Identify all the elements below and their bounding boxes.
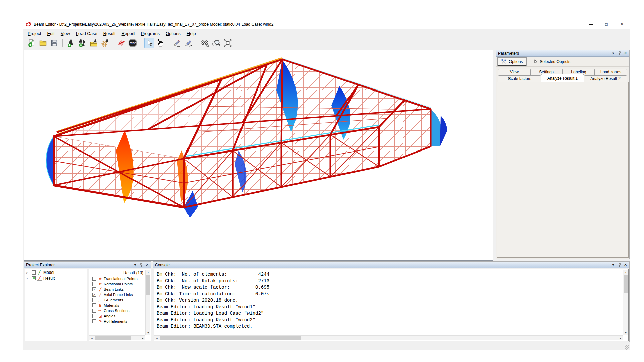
close-button[interactable]: ✕ — [614, 19, 630, 29]
list-item-t-elements[interactable]: ⋰T-Elements — [89, 297, 151, 303]
menu-result[interactable]: Result — [100, 30, 119, 37]
open-load-case-button[interactable] — [89, 38, 99, 48]
checkbox[interactable] — [92, 319, 96, 323]
options-mode-button[interactable]: Options — [498, 58, 526, 66]
scroll-thumb[interactable] — [146, 275, 150, 295]
checked-fill — [33, 277, 35, 279]
draw-beam-chain-tool-button[interactable] — [183, 38, 194, 48]
list-item-angles[interactable]: ◢Angles — [89, 313, 151, 319]
pin-icon[interactable] — [617, 51, 622, 55]
orbit-3d-tool-button[interactable] — [200, 38, 210, 48]
selected-objects-mode-button[interactable]: Selected Objects — [530, 58, 574, 66]
checkbox[interactable] — [92, 277, 96, 281]
scroll-right-icon[interactable]: ► — [140, 336, 145, 341]
scroll-down-icon[interactable]: ▼ — [146, 330, 151, 335]
toolbar-separator — [62, 39, 63, 47]
menu-options[interactable]: Options — [163, 30, 184, 37]
panel-dropdown-icon[interactable]: ▼ — [611, 52, 616, 55]
desktop: { "window": { "title": "Beam Editor - D:… — [0, 0, 644, 362]
stop-button[interactable]: STOP — [128, 38, 138, 48]
checkbox[interactable] — [92, 314, 96, 318]
maximize-button[interactable]: □ — [599, 19, 614, 29]
scroll-right-icon[interactable]: ► — [618, 336, 623, 341]
panel-dropdown-icon[interactable]: ▼ — [611, 263, 616, 267]
checkbox[interactable] — [92, 303, 96, 307]
scroll-left-icon[interactable]: ◄ — [154, 336, 159, 341]
options-mode-label: Options — [509, 59, 523, 64]
menu-programs[interactable]: Programs — [138, 30, 163, 37]
scroll-thumb[interactable] — [160, 336, 301, 340]
panel-close-icon[interactable]: ✕ — [623, 263, 628, 267]
scroll-thumb[interactable] — [624, 275, 628, 293]
list-item-translational-points[interactable]: ✸Translational Points — [89, 276, 151, 281]
draw-beam-tool-button[interactable] — [172, 38, 182, 48]
checkbox-checked[interactable]: ✓ — [92, 287, 96, 291]
panel-close-icon[interactable]: ✕ — [145, 263, 150, 267]
result-checkbox[interactable] — [32, 276, 36, 280]
zoom-region-tool-button[interactable] — [211, 38, 221, 48]
list-item-cross-sections[interactable]: (Cross Sections — [89, 308, 151, 313]
load-case-settings-button[interactable] — [100, 38, 110, 48]
list-vertical-scrollbar[interactable]: ▲ ▼ — [145, 270, 150, 335]
add-load-cases-button[interactable] — [77, 38, 87, 48]
tab-analyze-result-2[interactable]: Analyze Result 2 — [584, 75, 627, 82]
list-horizontal-scrollbar[interactable]: ◄ ► — [89, 335, 145, 340]
pan-select-tool-button[interactable] — [156, 38, 166, 48]
new-project-button[interactable] — [26, 38, 37, 48]
menu-view[interactable]: View — [58, 30, 73, 37]
app-logo-icon — [26, 22, 31, 27]
scroll-up-icon[interactable]: ▲ — [146, 270, 151, 275]
tab-scale-factors[interactable]: Scale factors — [498, 75, 541, 82]
minimize-button[interactable]: — — [583, 19, 599, 29]
tab-load-zones[interactable]: Load zones — [595, 69, 627, 75]
menu-report[interactable]: Report — [119, 30, 138, 37]
beam-links-icon: ╱ — [98, 287, 103, 292]
expander-icon[interactable]: › — [26, 270, 30, 275]
list-item-beam-links[interactable]: ✓╱Beam Links — [89, 287, 151, 292]
open-project-button[interactable] — [38, 38, 48, 48]
checkbox[interactable] — [92, 298, 96, 302]
select-tool-button[interactable] — [144, 38, 154, 48]
checkbox[interactable] — [92, 309, 96, 313]
scroll-up-icon[interactable]: ▲ — [623, 270, 628, 275]
list-item-materials[interactable]: EMaterials — [89, 303, 151, 308]
list-item-label: Axial Force Links — [104, 293, 133, 297]
model-viewport[interactable] — [24, 50, 493, 261]
list-item-rotational-points[interactable]: ✿Rotational Points — [89, 281, 151, 287]
pin-icon[interactable] — [617, 263, 622, 267]
console-vertical-scrollbar[interactable]: ▲ ▼ — [623, 270, 628, 335]
tab-analyze-result-1[interactable]: Analyze Result 1 — [541, 74, 584, 82]
tree-item-model[interactable]: › ╱ Model — [25, 269, 87, 275]
save-button[interactable] — [49, 38, 59, 48]
scroll-left-icon[interactable]: ◄ — [89, 336, 94, 341]
pin-icon[interactable] — [139, 263, 144, 267]
checkbox-checked[interactable]: ✓ — [92, 293, 96, 297]
parameters-caption: Parameters ▼ ✕ — [496, 50, 629, 57]
scroll-down-icon[interactable]: ▼ — [623, 330, 628, 335]
show-results-button[interactable] — [116, 38, 126, 48]
menu-edit[interactable]: Edit — [44, 30, 57, 37]
list-item-roll-elements[interactable]: ↷Roll Elements — [89, 319, 151, 324]
expander-icon[interactable]: › — [26, 276, 30, 280]
panel-close-icon[interactable]: ✕ — [623, 51, 628, 55]
list-item-label: Translational Points — [104, 277, 138, 281]
scroll-thumb[interactable] — [95, 336, 131, 340]
pencil-chain-icon — [184, 39, 193, 47]
toolbar-separator — [197, 39, 197, 47]
analyze-result-1-page — [497, 82, 629, 258]
tab-view[interactable]: View — [498, 69, 530, 75]
fit-view-tool-button[interactable] — [223, 38, 233, 48]
add-load-case-button[interactable] — [66, 38, 76, 48]
mode-separator — [577, 58, 577, 66]
menu-project[interactable]: Project — [24, 30, 44, 37]
model-checkbox[interactable] — [32, 270, 36, 275]
menu-help[interactable]: Help — [184, 30, 199, 37]
tree-item-result[interactable]: › ╱ Result — [25, 275, 87, 281]
list-item-axial-force-links[interactable]: ✓╱Axial Force Links — [89, 292, 151, 297]
console-horizontal-scrollbar[interactable]: ◄ ► — [154, 335, 623, 340]
checkbox[interactable] — [92, 282, 96, 286]
console-output[interactable]: Bm_Chk: No. of elements: 4244 Bm_Chk: No… — [154, 269, 629, 341]
menu-load-case[interactable]: Load Case — [73, 30, 100, 37]
panel-dropdown-icon[interactable]: ▼ — [132, 263, 138, 267]
resize-grip-icon[interactable] — [625, 345, 629, 350]
